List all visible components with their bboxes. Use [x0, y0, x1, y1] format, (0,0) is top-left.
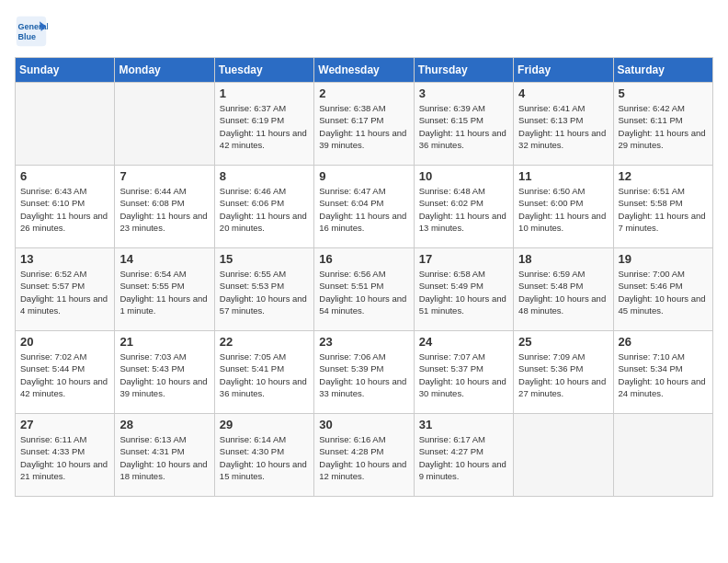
day-number: 14 [119, 252, 209, 266]
calendar-cell: 26Sunrise: 7:10 AM Sunset: 5:34 PM Dayli… [613, 331, 712, 414]
day-number: 29 [220, 418, 309, 431]
cell-info: Sunrise: 6:51 AM Sunset: 5:58 PM Dayligh… [619, 185, 708, 234]
day-number: 11 [518, 169, 608, 183]
calendar-cell: 30Sunrise: 6:16 AM Sunset: 4:28 PM Dayli… [314, 414, 414, 497]
calendar-cell [514, 414, 613, 497]
calendar-cell: 10Sunrise: 6:48 AM Sunset: 6:02 PM Dayli… [414, 166, 513, 248]
day-number: 13 [20, 252, 109, 266]
cell-info: Sunrise: 6:16 AM Sunset: 4:28 PM Dayligh… [319, 433, 408, 482]
day-number: 10 [419, 169, 508, 183]
day-number: 6 [20, 169, 109, 183]
day-number: 15 [220, 252, 309, 266]
day-number: 12 [619, 169, 708, 183]
day-number: 2 [319, 86, 408, 100]
cell-info: Sunrise: 6:48 AM Sunset: 6:02 PM Dayligh… [419, 185, 508, 234]
calendar-cell [613, 414, 712, 497]
day-number: 4 [518, 86, 608, 100]
cell-info: Sunrise: 7:05 AM Sunset: 5:41 PM Dayligh… [220, 350, 309, 399]
calendar-week-row: 20Sunrise: 7:02 AM Sunset: 5:44 PM Dayli… [16, 331, 713, 414]
cell-info: Sunrise: 6:56 AM Sunset: 5:51 PM Dayligh… [319, 268, 408, 316]
weekday-header: Tuesday [214, 58, 313, 83]
cell-info: Sunrise: 6:37 AM Sunset: 6:19 PM Dayligh… [220, 102, 309, 151]
calendar-cell: 9Sunrise: 6:47 AM Sunset: 6:04 PM Daylig… [314, 166, 414, 248]
cell-info: Sunrise: 6:44 AM Sunset: 6:08 PM Dayligh… [119, 185, 209, 234]
calendar-cell: 31Sunrise: 6:17 AM Sunset: 4:27 PM Dayli… [414, 414, 513, 497]
cell-info: Sunrise: 6:13 AM Sunset: 4:31 PM Dayligh… [119, 433, 209, 482]
calendar-week-row: 13Sunrise: 6:52 AM Sunset: 5:57 PM Dayli… [16, 248, 713, 331]
cell-info: Sunrise: 6:58 AM Sunset: 5:49 PM Dayligh… [419, 268, 508, 316]
day-number: 17 [419, 252, 508, 266]
cell-info: Sunrise: 7:10 AM Sunset: 5:34 PM Dayligh… [619, 350, 708, 399]
weekday-header: Thursday [414, 58, 513, 83]
calendar-cell: 6Sunrise: 6:43 AM Sunset: 6:10 PM Daylig… [16, 166, 115, 248]
day-number: 26 [619, 335, 708, 349]
calendar-cell: 3Sunrise: 6:39 AM Sunset: 6:15 PM Daylig… [414, 83, 513, 166]
day-number: 5 [619, 86, 708, 100]
page-header: General Blue [15, 15, 713, 48]
cell-info: Sunrise: 6:41 AM Sunset: 6:13 PM Dayligh… [518, 102, 608, 151]
calendar-cell: 27Sunrise: 6:11 AM Sunset: 4:33 PM Dayli… [16, 414, 115, 497]
cell-info: Sunrise: 6:54 AM Sunset: 5:55 PM Dayligh… [119, 268, 209, 316]
calendar-cell: 8Sunrise: 6:46 AM Sunset: 6:06 PM Daylig… [214, 166, 313, 248]
weekday-header: Monday [115, 58, 214, 83]
day-number: 24 [419, 335, 508, 349]
cell-info: Sunrise: 6:38 AM Sunset: 6:17 PM Dayligh… [319, 102, 408, 151]
calendar-cell: 19Sunrise: 7:00 AM Sunset: 5:46 PM Dayli… [613, 248, 712, 331]
cell-info: Sunrise: 6:55 AM Sunset: 5:53 PM Dayligh… [220, 268, 309, 316]
day-number: 23 [319, 335, 408, 349]
cell-info: Sunrise: 7:07 AM Sunset: 5:37 PM Dayligh… [419, 350, 508, 399]
calendar-cell: 24Sunrise: 7:07 AM Sunset: 5:37 PM Dayli… [414, 331, 513, 414]
calendar-cell: 14Sunrise: 6:54 AM Sunset: 5:55 PM Dayli… [115, 248, 214, 331]
calendar-cell: 15Sunrise: 6:55 AM Sunset: 5:53 PM Dayli… [214, 248, 313, 331]
day-number: 22 [220, 335, 309, 349]
calendar-cell: 12Sunrise: 6:51 AM Sunset: 5:58 PM Dayli… [613, 166, 712, 248]
calendar-week-row: 27Sunrise: 6:11 AM Sunset: 4:33 PM Dayli… [16, 414, 713, 497]
calendar-cell: 23Sunrise: 7:06 AM Sunset: 5:39 PM Dayli… [314, 331, 414, 414]
cell-info: Sunrise: 6:14 AM Sunset: 4:30 PM Dayligh… [220, 433, 309, 482]
cell-info: Sunrise: 6:47 AM Sunset: 6:04 PM Dayligh… [319, 185, 408, 234]
calendar-cell: 22Sunrise: 7:05 AM Sunset: 5:41 PM Dayli… [214, 331, 313, 414]
cell-info: Sunrise: 6:11 AM Sunset: 4:33 PM Dayligh… [20, 433, 109, 482]
calendar-cell: 11Sunrise: 6:50 AM Sunset: 6:00 PM Dayli… [514, 166, 613, 248]
weekday-header: Sunday [16, 58, 115, 83]
cell-info: Sunrise: 6:17 AM Sunset: 4:27 PM Dayligh… [419, 433, 508, 482]
day-number: 3 [419, 86, 508, 100]
calendar-cell: 16Sunrise: 6:56 AM Sunset: 5:51 PM Dayli… [314, 248, 414, 331]
cell-info: Sunrise: 6:50 AM Sunset: 6:00 PM Dayligh… [518, 185, 608, 234]
calendar-cell: 29Sunrise: 6:14 AM Sunset: 4:30 PM Dayli… [214, 414, 313, 497]
calendar-cell: 5Sunrise: 6:42 AM Sunset: 6:11 PM Daylig… [613, 83, 712, 166]
calendar-week-row: 1Sunrise: 6:37 AM Sunset: 6:19 PM Daylig… [16, 83, 713, 166]
day-number: 16 [319, 252, 408, 266]
calendar-cell: 20Sunrise: 7:02 AM Sunset: 5:44 PM Dayli… [16, 331, 115, 414]
day-number: 18 [518, 252, 608, 266]
cell-info: Sunrise: 6:59 AM Sunset: 5:48 PM Dayligh… [518, 268, 608, 316]
day-number: 20 [20, 335, 109, 349]
calendar-cell: 2Sunrise: 6:38 AM Sunset: 6:17 PM Daylig… [314, 83, 414, 166]
calendar-cell [16, 83, 115, 166]
calendar-cell: 17Sunrise: 6:58 AM Sunset: 5:49 PM Dayli… [414, 248, 513, 331]
logo-icon: General Blue [15, 15, 48, 48]
day-number: 21 [119, 335, 209, 349]
cell-info: Sunrise: 6:43 AM Sunset: 6:10 PM Dayligh… [20, 185, 109, 234]
cell-info: Sunrise: 6:52 AM Sunset: 5:57 PM Dayligh… [20, 268, 109, 316]
calendar-cell: 13Sunrise: 6:52 AM Sunset: 5:57 PM Dayli… [16, 248, 115, 331]
cell-info: Sunrise: 7:02 AM Sunset: 5:44 PM Dayligh… [20, 350, 109, 399]
day-number: 8 [220, 169, 309, 183]
svg-text:Blue: Blue [18, 32, 37, 41]
calendar-cell: 28Sunrise: 6:13 AM Sunset: 4:31 PM Dayli… [115, 414, 214, 497]
day-number: 27 [20, 418, 109, 431]
weekday-header: Friday [514, 58, 613, 83]
weekday-header: Saturday [613, 58, 712, 83]
day-number: 9 [319, 169, 408, 183]
cell-info: Sunrise: 6:42 AM Sunset: 6:11 PM Dayligh… [619, 102, 708, 151]
day-number: 7 [119, 169, 209, 183]
cell-info: Sunrise: 6:39 AM Sunset: 6:15 PM Dayligh… [419, 102, 508, 151]
day-number: 28 [119, 418, 209, 431]
calendar-cell: 18Sunrise: 6:59 AM Sunset: 5:48 PM Dayli… [514, 248, 613, 331]
cell-info: Sunrise: 7:00 AM Sunset: 5:46 PM Dayligh… [619, 268, 708, 316]
weekday-header: Wednesday [314, 58, 414, 83]
day-number: 31 [419, 418, 508, 431]
calendar-week-row: 6Sunrise: 6:43 AM Sunset: 6:10 PM Daylig… [16, 166, 713, 248]
calendar-cell: 25Sunrise: 7:09 AM Sunset: 5:36 PM Dayli… [514, 331, 613, 414]
calendar-cell: 4Sunrise: 6:41 AM Sunset: 6:13 PM Daylig… [514, 83, 613, 166]
